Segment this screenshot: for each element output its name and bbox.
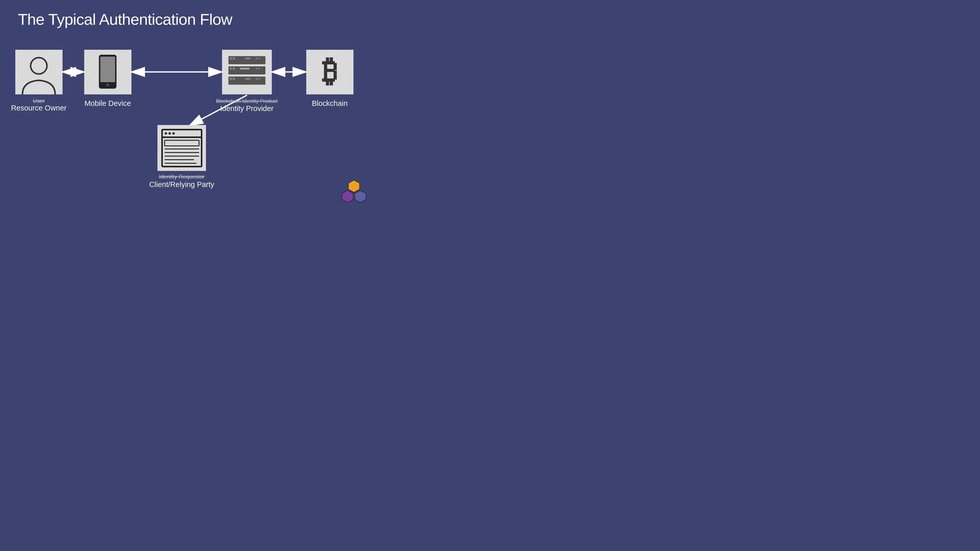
relying-party-icon-box (158, 125, 206, 171)
identity-provider-strikethrough: Blockchain Identity Product (216, 98, 278, 104)
svg-rect-11 (245, 58, 251, 59)
svg-rect-22 (233, 78, 235, 80)
svg-marker-42 (348, 180, 360, 192)
svg-marker-43 (342, 190, 353, 203)
svg-rect-20 (228, 76, 266, 85)
identity-provider-label: Identity Provider (220, 104, 274, 113)
slide: The Typical Authentication Flow (0, 0, 372, 208)
svg-point-19 (258, 68, 260, 69)
svg-point-13 (258, 58, 260, 59)
svg-rect-23 (245, 78, 251, 79)
svg-point-33 (165, 132, 167, 135)
blockchain-label: Blockchain (312, 99, 348, 107)
resource-owner-label: Resource Owner (11, 104, 67, 112)
svg-rect-14 (228, 66, 266, 75)
svg-marker-44 (355, 190, 366, 203)
svg-point-34 (169, 132, 171, 135)
resource-owner-strikethrough: User (33, 98, 45, 104)
resource-owner-icon-box (15, 50, 62, 94)
mobile-device-label: Mobile Device (84, 99, 131, 107)
svg-point-25 (258, 78, 260, 79)
svg-point-24 (256, 78, 257, 79)
svg-point-18 (256, 68, 257, 69)
svg-rect-10 (233, 57, 235, 59)
svg-rect-15 (230, 68, 232, 70)
svg-point-7 (107, 84, 109, 86)
relying-party-strikethrough: Identity Requestor (159, 173, 205, 180)
svg-rect-6 (100, 57, 115, 82)
svg-text:₿: ₿ (322, 54, 337, 88)
svg-point-35 (172, 132, 175, 135)
svg-rect-17 (240, 68, 250, 69)
svg-rect-21 (230, 78, 232, 80)
svg-rect-9 (230, 57, 232, 59)
relying-party-label: Client/Relying Party (149, 180, 215, 189)
svg-rect-8 (228, 56, 266, 64)
svg-point-12 (256, 58, 257, 59)
svg-rect-16 (233, 68, 235, 70)
